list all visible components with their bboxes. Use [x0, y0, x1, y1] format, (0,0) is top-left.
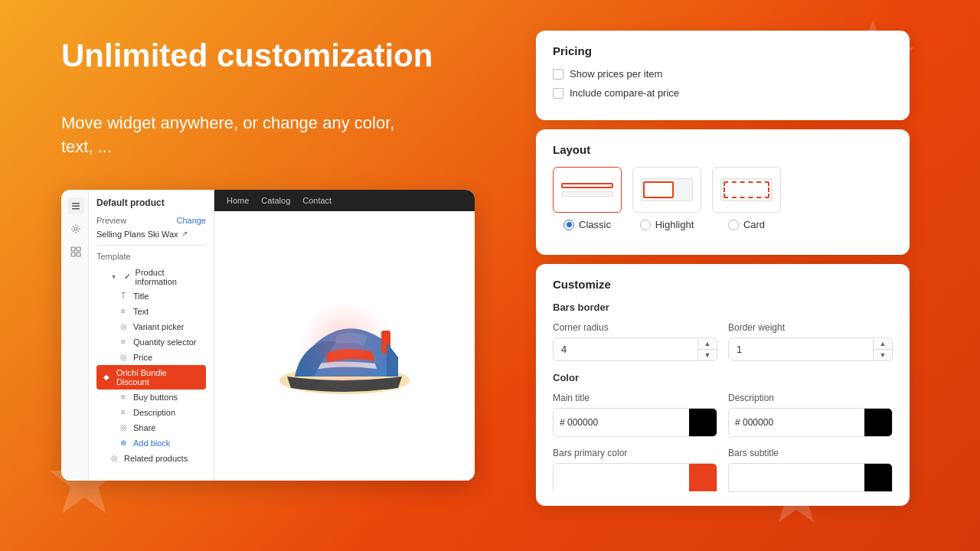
svg-rect-5 [72, 208, 80, 210]
bars-subtitle-input[interactable] [729, 467, 864, 488]
compare-price-checkbox[interactable] [553, 88, 564, 99]
bars-primary-label: Bars primary color [553, 448, 717, 458]
svg-rect-9 [71, 253, 75, 256]
border-weight-up[interactable]: ▲ [874, 339, 892, 350]
description-color-swatch[interactable] [864, 409, 892, 436]
price-icon: ◎ [118, 352, 129, 363]
svg-rect-10 [77, 253, 80, 256]
color-label: Color [553, 372, 893, 383]
tree-related-products[interactable]: ◎ Related products [96, 451, 206, 466]
tree-add-block[interactable]: ⊕ Add block [96, 435, 206, 451]
desc-icon: ≡ [118, 407, 129, 418]
tree-quantity-selector[interactable]: ≡ Quantity selector [96, 334, 206, 350]
border-weight-field: Border weight ▲ ▼ [728, 322, 893, 361]
bars-primary-input[interactable] [554, 467, 689, 488]
editor-icon-rail [61, 190, 89, 481]
bars-primary-wrap [553, 463, 717, 491]
shopify-body [214, 211, 475, 481]
card-label: Card [743, 219, 765, 230]
tree-text[interactable]: ≡ Text [96, 304, 206, 319]
tree-variant-picker[interactable]: ◎ Variant picker [96, 319, 206, 334]
main-title-color-input[interactable] [554, 412, 689, 433]
corner-radius-input-wrap: ▲ ▼ [553, 337, 717, 361]
related-icon: ◎ [109, 453, 119, 464]
layout-card: Layout Classic [536, 129, 910, 255]
layout-option-classic: Classic [553, 167, 622, 230]
editor-icon-settings[interactable] [67, 220, 84, 237]
nav-contact[interactable]: Contact [302, 196, 332, 205]
buy-icon: ≡ [118, 392, 129, 403]
customize-title: Customize [553, 278, 893, 291]
nav-home[interactable]: Home [227, 196, 249, 205]
bars-primary-swatch[interactable] [689, 464, 717, 491]
classic-bar-2 [561, 191, 613, 197]
bundle-icon: ◆ [101, 372, 112, 383]
change-link[interactable]: Change [176, 216, 206, 225]
card-preview[interactable] [712, 167, 781, 213]
highlight-preview[interactable] [632, 167, 701, 213]
customize-card: Customize Bars border Corner radius ▲ ▼ [536, 264, 910, 506]
svg-rect-7 [71, 247, 75, 251]
tree-price[interactable]: ◎ Price [96, 350, 206, 365]
bars-border-label: Bars border [553, 302, 893, 313]
highlight-radio[interactable] [640, 220, 651, 230]
svg-rect-4 [72, 205, 80, 207]
border-weight-down[interactable]: ▼ [874, 350, 892, 360]
card-radio-row: Card [728, 219, 765, 230]
shoe-glow [299, 300, 390, 392]
border-weight-input-wrap: ▲ ▼ [728, 337, 893, 361]
tree-orichi-bundle[interactable]: ◆ Orichi Bundle Discount [96, 365, 206, 390]
share-icon: ◎ [118, 422, 129, 433]
description-color-input[interactable] [729, 412, 864, 433]
highlight-radio-row: Highlight [640, 219, 694, 230]
bars-subtitle-wrap [728, 463, 893, 492]
variant-icon: ◎ [118, 321, 129, 332]
classic-radio[interactable] [564, 220, 574, 230]
tree-title[interactable]: T Title [96, 289, 206, 304]
tree-share[interactable]: ◎ Share [96, 420, 206, 435]
card-layout-inner [720, 178, 773, 201]
tree-buy-buttons[interactable]: ≡ Buy buttons [96, 390, 206, 405]
pricing-title: Pricing [553, 44, 893, 57]
tree-product-info[interactable]: ▾ ✓ Product information [96, 266, 206, 289]
bars-subtitle-swatch[interactable] [864, 464, 892, 491]
layout-option-highlight: Highlight [632, 167, 701, 230]
card-radio[interactable] [728, 220, 739, 230]
classic-preview[interactable] [553, 167, 622, 213]
bars-subtitle-field: Bars subtitle [728, 448, 893, 492]
editor-mockup: Default product Preview Change Selling P… [61, 190, 475, 481]
corner-radius-up[interactable]: ▲ [698, 339, 717, 350]
shopify-preview: Home Catalog Contact [214, 190, 475, 481]
external-link-icon: ↗ [181, 230, 188, 238]
border-weight-label: Border weight [728, 322, 893, 333]
tree-description[interactable]: ≡ Description [96, 405, 206, 420]
left-panel: Unlimited customization Move widget anyw… [61, 31, 505, 481]
title-icon: T [118, 291, 129, 302]
editor-icon-list[interactable] [67, 197, 84, 214]
color-fields: Main title Description [553, 393, 893, 437]
corner-radius-down[interactable]: ▼ [698, 350, 717, 360]
show-prices-label: Show prices per item [570, 68, 662, 80]
classic-bar-1 [561, 183, 613, 188]
pricing-card: Pricing Show prices per item Include com… [536, 31, 910, 120]
classic-label: Classic [579, 219, 611, 230]
border-weight-input[interactable] [729, 338, 873, 360]
show-prices-checkbox[interactable] [553, 69, 564, 80]
text-icon: ≡ [118, 306, 129, 317]
add-icon: ⊕ [118, 438, 129, 448]
main-title-color-swatch[interactable] [689, 409, 717, 436]
bars-border-fields: Corner radius ▲ ▼ Border weight [553, 322, 893, 361]
corner-radius-input[interactable] [554, 338, 697, 360]
highlight-inner [643, 181, 674, 198]
main-title-color-label: Main title [553, 393, 717, 403]
show-prices-row: Show prices per item [553, 68, 893, 80]
highlight-label: Highlight [655, 219, 694, 230]
nav-catalog[interactable]: Catalog [261, 196, 290, 205]
svg-rect-8 [77, 247, 80, 251]
card-inner-box [724, 181, 769, 198]
bars-subtitle-label: Bars subtitle [728, 448, 893, 458]
editor-icon-layout[interactable] [67, 243, 84, 260]
subtitle-text: Move widget anywhere, or change any colo… [61, 112, 413, 159]
highlight-outer [641, 178, 693, 201]
svg-point-6 [74, 227, 77, 230]
